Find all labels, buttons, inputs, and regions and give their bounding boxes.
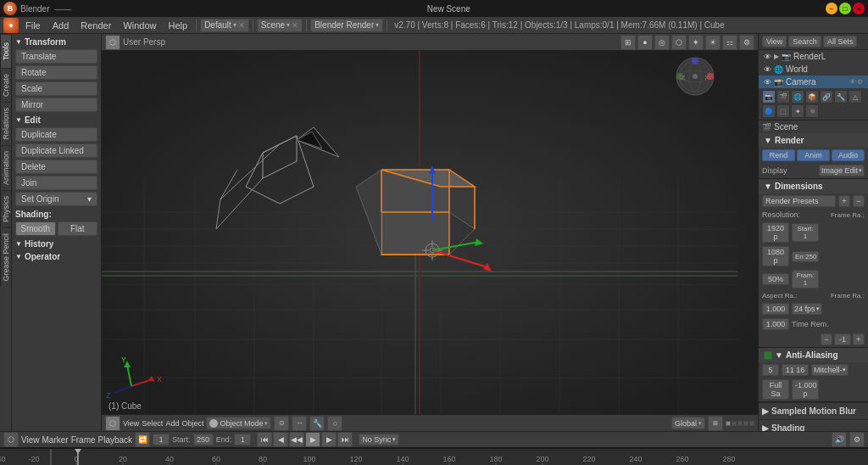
snap-icon[interactable]: 🔧 — [309, 416, 325, 431]
viewport-icon-3[interactable]: ◎ — [654, 35, 670, 50]
end-field[interactable]: En:250 — [792, 251, 819, 262]
frame-field[interactable]: 1 — [234, 434, 251, 445]
delete-button[interactable]: Delete — [15, 160, 97, 174]
layers-icon[interactable]: ⊞ — [708, 416, 723, 431]
display-selector[interactable]: Image Edit ▾ — [819, 165, 865, 176]
engine-selector[interactable]: Blender Render ▾ — [310, 19, 383, 32]
aa-val1[interactable]: 5 — [762, 364, 779, 376]
audio-icon[interactable]: 🔊 — [832, 432, 847, 447]
blender-menu-icon[interactable]: ● — [3, 18, 19, 33]
aa-full-sample[interactable]: Full Sa — [762, 379, 789, 400]
motion-blur-title[interactable]: ▶ Sampled Motion Blur — [762, 405, 865, 417]
close-button[interactable]: ✕ — [853, 3, 865, 14]
playback-icon[interactable]: 🔁 — [135, 432, 150, 447]
prev-frame-btn[interactable]: ◀ — [273, 432, 288, 447]
vtab-create[interactable]: Create — [0, 68, 11, 102]
aa-checkbox[interactable] — [764, 351, 772, 360]
render-btn[interactable]: Rend — [762, 149, 795, 161]
fps-selector[interactable]: 24 fps ▾ — [792, 303, 822, 315]
flat-button[interactable]: Flat — [58, 221, 98, 236]
anim-btn[interactable]: Anim — [797, 149, 830, 161]
mirror-button[interactable]: Mirror — [15, 98, 97, 112]
menu-help[interactable]: Help — [164, 19, 193, 32]
scale-button[interactable]: Scale — [15, 81, 97, 96]
viewport-3d[interactable]: ⬡ User Persp ⊞ ● ◎ ⬡ ✦ ☀ ⚏ ⚙ — [102, 34, 758, 431]
viewport-menu-icon[interactable]: ⬡ — [105, 416, 120, 431]
layer-4[interactable] — [743, 421, 748, 426]
audio-btn[interactable]: Audio — [832, 149, 865, 161]
layer-5[interactable] — [749, 421, 754, 426]
rotate-button[interactable]: Rotate — [15, 65, 97, 80]
maximize-button[interactable]: □ — [839, 3, 851, 14]
right-view-btn[interactable]: View — [762, 36, 787, 48]
minimize-button[interactable]: − — [826, 3, 837, 14]
timeline-start-field[interactable]: 1 — [153, 434, 170, 445]
dimensions-title[interactable]: ▼ Dimensions — [759, 179, 868, 193]
aa-val2[interactable]: 11 16 — [782, 364, 809, 376]
translate-button[interactable]: Translate — [15, 49, 97, 64]
aa-section-title[interactable]: ▼ Anti-Aliasing — [759, 348, 868, 362]
viewport-icon-7[interactable]: ⚏ — [722, 35, 737, 50]
constraints-props-icon[interactable]: 🔗 — [820, 90, 833, 104]
duplicate-button[interactable]: Duplicate — [15, 127, 97, 142]
jump-end-btn[interactable]: ⏭ — [337, 432, 353, 447]
mode-selector[interactable]: Object Mode ▾ — [206, 417, 271, 429]
data-props-icon[interactable]: △ — [849, 90, 862, 104]
menu-window[interactable]: Window — [118, 19, 161, 32]
play-reverse-btn[interactable]: ◀◀ — [289, 432, 304, 447]
vtab-grease-pencil[interactable]: Grease Pencil — [0, 227, 11, 287]
next-frame-btn[interactable]: ▶ — [321, 432, 337, 447]
object-props-icon[interactable]: 📦 — [805, 90, 819, 104]
pivot-mode-selector[interactable]: Global ▾ — [671, 417, 705, 429]
shading-props-title[interactable]: ▶ Shading — [762, 422, 865, 431]
material-props-icon[interactable]: 🔵 — [762, 104, 776, 118]
menu-file[interactable]: File — [20, 19, 46, 32]
particles-props-icon[interactable]: ✦ — [791, 104, 804, 118]
time-minus-btn[interactable]: − — [821, 333, 832, 345]
viewport-canvas[interactable]: Y X Z X — [102, 51, 758, 414]
layer-2[interactable] — [732, 421, 737, 426]
viewport-icon-4[interactable]: ⬡ — [671, 35, 687, 50]
join-button[interactable]: Join — [15, 176, 97, 190]
pivot-icon[interactable]: ⊙ — [274, 416, 289, 431]
viewport-mode-icon[interactable]: ⬡ — [105, 35, 120, 50]
viewport-icon-1[interactable]: ⊞ — [620, 35, 636, 50]
workspace-selector[interactable]: Default ▾ ✕ — [200, 19, 249, 32]
render-props-icon[interactable]: 📷 — [762, 90, 776, 104]
presets-remove-btn[interactable]: − — [853, 195, 865, 207]
layer-1[interactable] — [726, 421, 731, 426]
physics-props-icon[interactable]: ⚛ — [805, 104, 819, 118]
modifiers-props-icon[interactable]: 🔧 — [834, 90, 848, 104]
window-controls[interactable]: − □ ✕ — [826, 3, 865, 14]
texture-props-icon[interactable]: ⬚ — [776, 104, 790, 118]
vtab-animation[interactable]: Animation — [0, 145, 11, 190]
height-field[interactable]: 1080 p — [762, 246, 789, 266]
world-props-icon[interactable]: 🌐 — [791, 90, 804, 104]
outliner-item-camera[interactable]: 👁 📸 Camera 👁 ⚙ — [759, 76, 868, 88]
scene-selector[interactable]: Scene ▾ ✕ — [257, 19, 303, 32]
outliner-item-renderlayer[interactable]: 👁 ▶ 📷 RenderL — [759, 50, 868, 63]
play-btn[interactable]: ▶ — [305, 432, 320, 447]
aa-filter-selector[interactable]: Mitchell- ▾ — [811, 364, 849, 376]
viewport-icon-6[interactable]: ☀ — [705, 35, 721, 50]
render-presets-selector[interactable]: Render Presets — [762, 195, 836, 207]
timeline[interactable]: -40 -20 0 20 40 60 80 100 120 140 160 18… — [0, 448, 868, 465]
vtab-tools[interactable]: Tools — [0, 34, 11, 68]
width-field[interactable]: 1920 p — [762, 222, 789, 243]
right-allsets-btn[interactable]: All Sets — [823, 36, 858, 48]
time-plus-btn[interactable]: + — [853, 333, 865, 345]
set-origin-button[interactable]: Set Origin ▾ — [15, 192, 97, 206]
aa-full-value[interactable]: -1.000 p — [792, 379, 819, 400]
smooth-button[interactable]: Smooth — [15, 221, 56, 236]
jump-start-btn[interactable]: ⏮ — [257, 432, 272, 447]
percent-field[interactable]: 50% — [762, 273, 789, 285]
start-field[interactable]: Start: 1 — [792, 223, 819, 242]
render-section-title[interactable]: ▼ Render — [759, 133, 868, 148]
time-val-field[interactable]: -1 — [834, 333, 851, 345]
timeline-end-field[interactable]: 250 — [193, 434, 214, 445]
layer-3[interactable] — [737, 421, 743, 426]
presets-add-btn[interactable]: + — [838, 195, 850, 207]
timeline-menu-icon[interactable]: ⬡ — [3, 432, 19, 447]
vtab-physics[interactable]: Physics — [0, 190, 11, 227]
timeline-settings-icon[interactable]: ⚙ — [849, 432, 865, 447]
